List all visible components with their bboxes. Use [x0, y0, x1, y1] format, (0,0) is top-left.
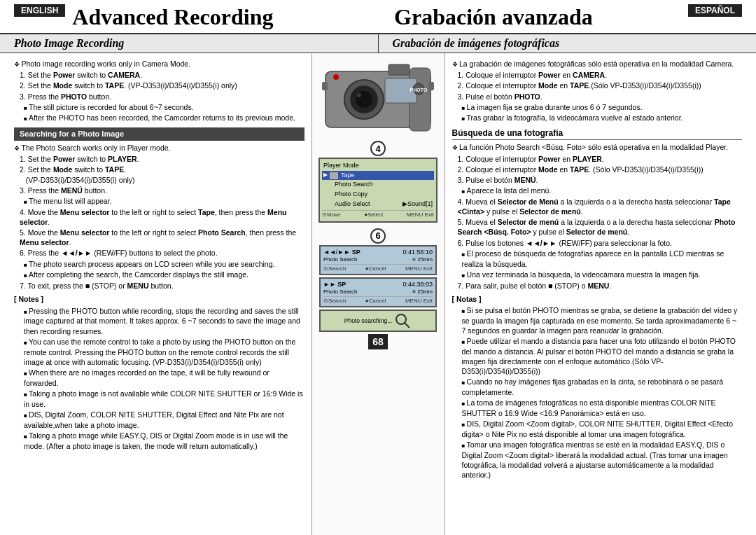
svg-point-10 — [333, 74, 339, 80]
lcd-screen: Player Mode ▶ Tape Photo Search Photo Co… — [318, 158, 438, 223]
en-note-1: You can use the remote control to take a… — [24, 337, 304, 367]
lcd-title-row: Player Mode — [322, 161, 434, 171]
lcd-nav-exit: MENU Exit — [407, 211, 434, 218]
en-sub-2: After the PHOTO has been recorded, the C… — [24, 113, 304, 123]
en-search-step-3: 3. Press the MENÚ button. — [20, 186, 304, 195]
es-search-header: Búsqueda de una fotografía — [452, 127, 743, 140]
es-step-1: 1. Coloque el interruptor Power en CAMER… — [458, 70, 743, 80]
title-en: Advanced Recording — [72, 4, 366, 30]
lcd-audio-select-row: Audio Select ▶Sound[1] — [322, 200, 434, 209]
svg-line-14 — [405, 323, 410, 328]
lcd-nav-move: ⊙Move — [322, 211, 341, 218]
lang-badge-es: ESPAÑOL — [688, 4, 742, 17]
es-note-4: DIS, Digital Zoom <Zoom digital>, COLOR … — [462, 419, 743, 439]
en-search-sub6-1: The photo search process appears on LCD … — [24, 259, 304, 270]
es-search-step-4: 4. Mueva el Selector de Menú a la izquie… — [458, 197, 743, 216]
header: ENGLISH Advanced Recording Grabación ava… — [0, 0, 756, 34]
section-header-es: Grabación de imágenes fotográficas — [379, 34, 757, 53]
es-step-3: 3. Pulse el botón PHOTO. — [458, 92, 743, 102]
es-search-step-5: 5. Mueva el Selector de menú a la izquie… — [458, 217, 743, 237]
lcd-audio-sound: ▶Sound[1] — [402, 200, 433, 209]
en-search-step-2: 2. Set the Mode switch to TAPE. (VP-D353… — [20, 165, 304, 184]
tape1-nav-search: ⊙Search — [323, 265, 346, 272]
en-note-3: Taking a photo image is not available wh… — [24, 389, 304, 409]
es-sub-2: Tras grabar la fotografía, la videocámar… — [462, 113, 743, 123]
title-es: Grabación avanzada — [366, 4, 688, 30]
es-note-2: Cuando no hay imágenes fijas grabadas en… — [462, 377, 743, 397]
es-note-1: Puede utilizar el mando a distancia para… — [462, 336, 743, 376]
lcd-audio-select-label: Audio Select — [335, 200, 370, 209]
tape2-label: Photo Search — [323, 289, 357, 295]
section-headers: Photo Image Recording Grabación de imáge… — [0, 34, 756, 53]
page: ENGLISH Advanced Recording Grabación ava… — [0, 0, 756, 535]
en-search-header: Searching for a Photo Image — [14, 127, 304, 141]
es-step-2: 2. Coloque el interruptor Mode en TAPE.(… — [458, 81, 743, 90]
svg-point-4 — [357, 93, 361, 97]
en-note-4: DIS, Digital Zoom, COLOR NITE SHUTTER, D… — [24, 410, 304, 430]
es-search-sub-3: Aparece la lista del menú. — [462, 186, 743, 196]
lcd-nav: ⊙Move ●Select MENU Exit — [322, 210, 434, 218]
lcd-photo-search-label: Photo Search — [335, 181, 373, 189]
svg-point-13 — [396, 314, 406, 324]
tape1-nav-cancel: ●Cancel — [365, 265, 386, 272]
lcd-tape-icon — [330, 172, 338, 179]
tape1-remaining: ≡ 25min — [412, 256, 433, 263]
es-search-bullet-0: La función Photo Search <Búsq. Foto> sól… — [452, 142, 743, 152]
es-search-step-7: 7. Para salir, pulse el botón ■ (STOP) o… — [458, 281, 743, 291]
lcd-title: Player Mode — [323, 162, 359, 170]
step-4-num: 4 — [370, 141, 386, 156]
col-middle: PHOTO 4 Player Mode ▶ — [312, 53, 445, 535]
svg-text:PHOTO: PHOTO — [410, 88, 428, 92]
photo-search-box: Photo searching... — [319, 310, 437, 332]
es-search-step-3: 3. Pulse el botón MENÚ. — [458, 175, 743, 185]
en-search-step-5: 5. Move the Menu selector to the left or… — [20, 228, 304, 247]
tape1-nav-exit: MENU Exit — [405, 265, 433, 272]
en-search-bullet-0: The Photo Search works only in Player mo… — [14, 143, 304, 153]
es-sub-1: La imagen fija se graba durante unos 6 ó… — [462, 102, 743, 113]
lcd-tape-arrow: ▶ — [323, 172, 328, 179]
en-note-2: When there are no images recorded on the… — [24, 368, 304, 388]
lcd-tape-label: Tape — [341, 172, 355, 180]
tape1-label: Photo Search — [323, 256, 357, 263]
en-notes-header: [ Notes ] — [14, 294, 304, 304]
tape1-time: 0:41:56:10 — [402, 249, 433, 256]
tape2-time: 0:44:38:03 — [402, 281, 433, 288]
tape1-controls: ◄◄/►► SP — [323, 249, 360, 256]
tape2-controls: ►► SP — [323, 281, 346, 288]
tape2-nav-cancel: ●Cancel — [365, 298, 386, 304]
section-header-en: Photo Image Recording — [0, 34, 379, 53]
en-note-0: Pressing the PHOTO button while recordin… — [24, 306, 304, 336]
en-sub-1: The still picture is recorded for about … — [24, 102, 304, 113]
lcd-photo-copy-label: Photo Copy — [335, 190, 368, 199]
es-search-step-1: 1. Coloque el interruptor Power en PLAYE… — [458, 154, 743, 164]
camera-image: PHOTO — [318, 57, 438, 138]
col-right-spanish: La grabación de imágenes fotográficas só… — [445, 53, 757, 535]
es-note-0: Si se pulsa el botón PHOTO mientras se g… — [462, 305, 743, 335]
es-notes-header: [ Notas ] — [452, 294, 743, 304]
es-note-3: La toma de imágenes fotográficas no está… — [462, 398, 743, 418]
tape1-nav: ⊙Search ●Cancel MENU Exit — [323, 264, 433, 272]
tape2-remaining: ≡ 25min — [412, 289, 433, 295]
lang-badge-en: ENGLISH — [14, 4, 65, 17]
en-step-3: 3. Press the PHOTO button. — [20, 92, 304, 102]
en-search-step-4: 4. Move the Menu selector to the left or… — [20, 207, 304, 227]
page-number: 68 — [368, 334, 388, 349]
tape2-nav-exit: MENU Exit — [405, 298, 433, 304]
es-search-step-2: 2. Coloque el interruptor Mode en TAPE. … — [458, 165, 743, 174]
tape-display-2: ►► SP 0:44:38:03 Photo Search ≡ 25min ⊙S… — [319, 277, 437, 307]
en-search-step-6: 6. Press the ◄◄/►► (REW/FF) buttons to s… — [20, 248, 304, 258]
en-intro-bullet-0: Photo image recording works only in Came… — [14, 59, 304, 69]
es-search-sub6-2: Una vez terminada la búsqueda, la videoc… — [462, 270, 743, 280]
es-note-5: Tomar una imagen fotográfica mientras se… — [462, 440, 743, 480]
lcd-photo-search-row: Photo Search — [322, 180, 434, 190]
es-search-step-6: 6. Pulse los botones ◄◄/►► (REW/FF) para… — [458, 238, 743, 248]
es-search-sub6-1: El proceso de búsqueda de fotografías ap… — [462, 249, 743, 269]
en-step-1: 1. Set the Power switch to CAMERA. — [20, 70, 304, 80]
es-intro-bullet-0: La grabación de imágenes fotográficas só… — [452, 59, 743, 69]
tape-display-1: ◄◄/►► SP 0:41:56:10 Photo Search ≡ 25min… — [319, 245, 437, 275]
col-left-english: Photo image recording works only in Came… — [0, 53, 312, 535]
en-search-sub-3: The menu list will appear. — [24, 196, 304, 207]
lcd-photo-copy-row: Photo Copy — [322, 190, 434, 200]
svg-rect-12 — [428, 82, 434, 90]
lcd-tape-row: ▶ Tape — [322, 171, 434, 181]
